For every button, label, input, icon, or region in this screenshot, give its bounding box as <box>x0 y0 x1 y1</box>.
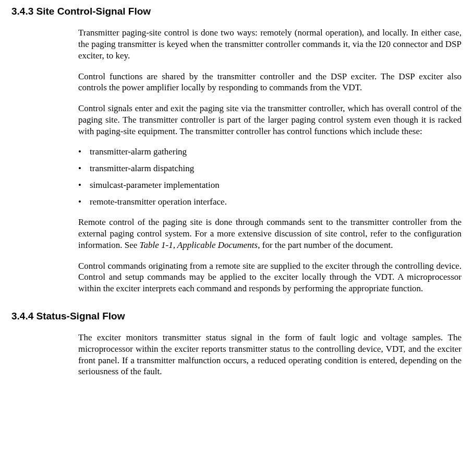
list-item: remote-transmitter operation interface. <box>78 196 462 208</box>
paragraph: The exciter monitors transmitter status … <box>78 332 462 377</box>
section-heading-344: 3.4.4 Status-Signal Flow <box>11 310 462 323</box>
section-body-344: The exciter monitors transmitter status … <box>78 332 462 377</box>
bullet-list: transmitter-alarm gathering transmitter-… <box>78 146 462 207</box>
section-heading-343: 3.4.3 Site Control-Signal Flow <box>11 5 462 18</box>
paragraph: Transmitter paging-site control is done … <box>78 27 462 61</box>
paragraph-text: for the part number of the document. <box>260 240 393 250</box>
list-item: transmitter-alarm gathering <box>78 146 462 158</box>
paragraph: Control functions are shared by the tran… <box>78 71 462 94</box>
section-body-343: Transmitter paging-site control is done … <box>78 27 462 294</box>
paragraph: Remote control of the paging site is don… <box>78 217 462 251</box>
list-item: simulcast-parameter implementation <box>78 180 462 191</box>
paragraph: Control signals enter and exit the pagin… <box>78 103 462 137</box>
table-reference: Table 1-1, Applicable Documents, <box>140 240 260 250</box>
paragraph: Control commands originating from a remo… <box>78 260 462 294</box>
list-item: transmitter-alarm dispatching <box>78 163 462 174</box>
